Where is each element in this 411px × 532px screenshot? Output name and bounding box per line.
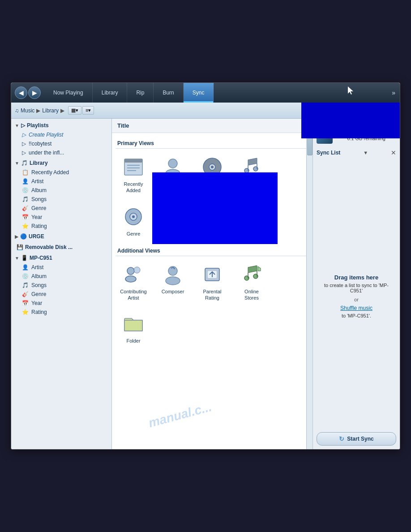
view-genre[interactable]: Genre (116, 202, 151, 240)
tab-library[interactable]: Library (93, 83, 128, 103)
playlists-label: Playlists (27, 122, 49, 129)
view-online-stores[interactable]: OnlineStores (234, 260, 270, 304)
mp-genre[interactable]: 🎸 Genre (11, 290, 111, 299)
rating-label: Rating (31, 223, 47, 229)
nav-bar: ◀ ▶ Now Playing Library Rip Burn Sync » (11, 83, 400, 103)
online-stores-label: OnlineStores (244, 288, 259, 301)
additional-views-row: ContributingArtist Composer (116, 260, 309, 304)
mp-artist-icon: 👤 (22, 264, 29, 270)
urge-label: URGE (29, 233, 44, 240)
view-folder[interactable]: Folder (116, 309, 151, 347)
tab-burn[interactable]: Burn (154, 83, 183, 103)
svg-point-10 (211, 166, 214, 168)
mp-toggle-icon: ▼ (15, 256, 19, 261)
mp-artist[interactable]: 👤 Artist (11, 263, 111, 272)
folder-row: Folder (116, 309, 309, 347)
view-parental-rating[interactable]: ParentalRating (194, 260, 230, 304)
sidebar-library-header[interactable]: ▼ 🎵 Library (11, 158, 111, 168)
content-scrollbar[interactable] (306, 119, 313, 449)
sync-shuffle-link[interactable]: Shuffle music (340, 305, 372, 311)
mp-year-label: Year (31, 300, 42, 306)
music-icon: ♫ (15, 107, 19, 114)
rating-icon: ⭐ (22, 223, 29, 229)
playlist-cobytest-label: !!cobytest (29, 141, 51, 147)
view-contributing-artist[interactable]: ContributingArtist (116, 260, 151, 304)
playlist-item2-icon: ▷ (22, 150, 26, 156)
playlist-under-infl[interactable]: ▷ under the infl... (11, 148, 111, 157)
nav-back-forward: ◀ ▶ (11, 86, 44, 99)
sidebar-urge-section: ▶ 🔵 URGE (11, 232, 111, 241)
parental-rating-icon (200, 262, 224, 287)
mp-songs-icon: 🎵 (22, 282, 29, 288)
view-recently-added[interactable]: RecentlyAdded (116, 152, 151, 197)
sidebar-removable-header[interactable]: 💾 Removable Disk ... (11, 242, 111, 252)
playlist-item-icon: ▷ (22, 141, 26, 147)
breadcrumb-sep2: ▶ (60, 107, 64, 114)
sidebar-year[interactable]: 📅 Year (11, 213, 111, 222)
create-playlist-item[interactable]: ▷ Create Playlist (11, 130, 111, 139)
svg-rect-30 (124, 320, 142, 331)
content-panel: Title Primary Views (112, 119, 313, 449)
songs-label: Songs (31, 196, 47, 202)
songs-icon: 🎵 (22, 196, 29, 202)
sync-drop-area: Drag items here to create a list to sync… (317, 160, 396, 432)
album-icon: 💿 (22, 187, 29, 193)
sync-list-dropdown[interactable]: ▼ (363, 150, 368, 155)
sidebar-removable-section: 💾 Removable Disk ... (11, 242, 111, 252)
sidebar-rating[interactable]: ⭐ Rating (11, 222, 111, 231)
tab-sync[interactable]: Sync (184, 83, 214, 103)
nav-forward-button[interactable]: ▶ (28, 86, 41, 99)
mp-rating-icon: ⭐ (22, 309, 29, 315)
genre-view-icon (121, 205, 146, 229)
sidebar-artist[interactable]: 👤 Artist (11, 177, 111, 186)
toolbar-view-buttons: ▦▾ ≡▾ (68, 106, 94, 115)
composer-icon (161, 262, 185, 287)
nav-back-button[interactable]: ◀ (15, 86, 27, 99)
svg-point-18 (127, 267, 134, 275)
playlist-cobytest[interactable]: ▷ !!cobytest (11, 139, 111, 148)
tab-rip[interactable]: Rip (127, 83, 154, 103)
playlist-under-label: under the infl... (29, 150, 64, 156)
tab-now-playing[interactable]: Now Playing (44, 83, 93, 103)
mp-rating[interactable]: ⭐ Rating (11, 308, 111, 317)
sync-list-header: Sync List ▼ ✕ (317, 149, 396, 156)
removable-label: Removable Disk ... (25, 244, 73, 250)
breadcrumb-music[interactable]: Music (21, 107, 34, 114)
mp-year-icon: 📅 (22, 300, 29, 306)
sync-drag-sub: to create a list to sync to 'MP-C951' (320, 283, 393, 293)
recently-added-label: Recently Added (31, 169, 69, 176)
sidebar-playlists-section: ▼ ▷ Playlists ▷ Create Playlist ▷ !!coby… (11, 120, 111, 157)
sidebar-songs[interactable]: 🎵 Songs (11, 195, 111, 204)
mp-songs[interactable]: 🎵 Songs (11, 281, 111, 290)
mp-album-label: Album (31, 273, 47, 279)
grid-view-button[interactable]: ▦▾ (68, 106, 81, 115)
view-composer[interactable]: Composer (155, 260, 191, 304)
folder-icon (121, 312, 146, 336)
recently-added-label: RecentlyAdded (124, 181, 143, 194)
mp-album[interactable]: 💿 Album (11, 272, 111, 281)
sidebar-album[interactable]: 💿 Album (11, 186, 111, 195)
nav-more-button[interactable]: » (387, 89, 400, 96)
sidebar-recently-added[interactable]: 📋 Recently Added (11, 168, 111, 177)
library-toggle-icon: ▼ (15, 161, 19, 166)
mp-year[interactable]: 📅 Year (11, 299, 111, 308)
urge-icon: 🔵 (20, 233, 27, 240)
start-sync-button[interactable]: ↻ Start Sync (317, 432, 396, 446)
genre-icon: 🎸 (22, 205, 29, 211)
sidebar-urge-header[interactable]: ▶ 🔵 URGE (11, 232, 111, 241)
sidebar-genre[interactable]: 🎸 Genre (11, 204, 111, 213)
sync-blue-overlay (301, 103, 400, 138)
sidebar-playlists-header[interactable]: ▼ ▷ Playlists (11, 120, 111, 130)
removable-icon: 💾 (17, 244, 23, 250)
sync-close-button[interactable]: ✕ (391, 149, 396, 156)
list-view-button[interactable]: ≡▾ (82, 106, 94, 115)
parental-rating-label: ParentalRating (203, 288, 222, 301)
breadcrumb-library[interactable]: Library (42, 107, 59, 114)
sync-list-button[interactable]: Sync List (317, 150, 340, 156)
breadcrumb-sep1: ▶ (36, 107, 40, 114)
breadcrumb: ♫ Music ▶ Library ▶ (15, 107, 64, 114)
additional-views-title: Additional Views (116, 245, 309, 256)
sync-refresh-icon: ↻ (339, 435, 344, 442)
sidebar-mp-header[interactable]: ▼ 📱 MP-C951 (11, 253, 111, 263)
playlists-toggle-icon: ▼ (15, 123, 19, 128)
